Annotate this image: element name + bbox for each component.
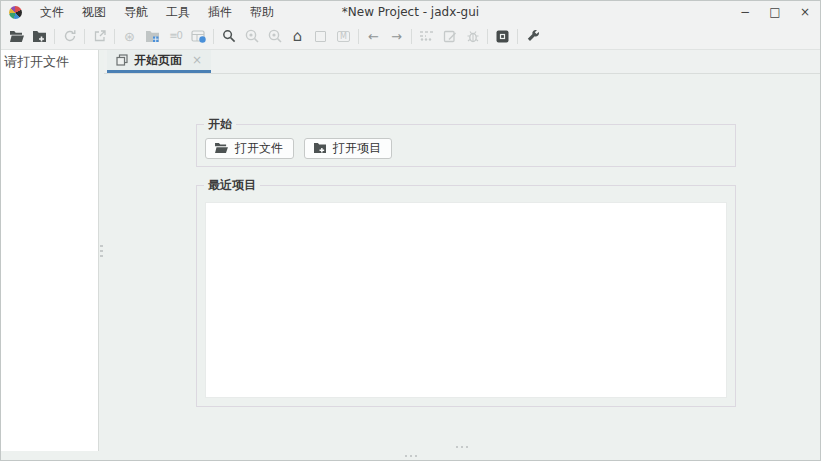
m-badge-icon: M (337, 31, 350, 42)
tab-start-page[interactable]: 开始页面 × (107, 50, 211, 73)
reload-button[interactable] (58, 25, 81, 47)
export-button[interactable] (88, 25, 111, 47)
open-file-button[interactable] (5, 25, 28, 47)
sync-files-button[interactable] (141, 25, 164, 47)
app-frame-button[interactable] (309, 25, 332, 47)
tab-close-icon[interactable]: × (192, 53, 202, 67)
splitter-grip-dot (466, 446, 468, 448)
horizontal-splitter-window[interactable] (1, 451, 820, 460)
jadx-logo-icon (9, 6, 22, 19)
preview-grid-button[interactable] (415, 25, 438, 47)
doc-edit-icon (443, 30, 457, 43)
debug-button[interactable] (461, 25, 484, 47)
log-square-icon (496, 30, 509, 43)
main-body: 请打开文件 开始页面 × 开 (1, 50, 820, 451)
open-project-label: 打开项目 (333, 141, 381, 155)
folder-plus-icon (313, 142, 327, 154)
deobfuscation-button[interactable]: ⊛ (118, 25, 141, 47)
square-icon (315, 31, 326, 42)
show-dex-button[interactable]: ≡0 (164, 25, 187, 47)
menu-view[interactable]: 视图 (73, 1, 115, 24)
log-viewer-button[interactable] (491, 25, 514, 47)
start-page: 开始 打开文件 打开项 (104, 74, 820, 442)
recent-projects-title: 最近项目 (204, 178, 260, 192)
menu-help[interactable]: 帮助 (241, 1, 283, 24)
start-group-title: 开始 (204, 117, 236, 131)
menu-tools[interactable]: 工具 (157, 1, 199, 24)
folder-grid-icon (145, 30, 160, 43)
home-icon: ⌂ (293, 29, 303, 44)
menu-file[interactable]: 文件 (31, 1, 73, 24)
main-activity-button[interactable]: ⌂ (286, 25, 309, 47)
comment-search-button[interactable] (263, 25, 286, 47)
maximize-button[interactable]: □ (760, 1, 790, 23)
tab-label: 开始页面 (134, 52, 182, 69)
toolbar-separator (213, 29, 214, 44)
dex-view-icon: ≡0 (169, 31, 182, 41)
resource-table-button[interactable] (187, 25, 210, 47)
comment-search-icon (268, 29, 282, 43)
deobfuscation-wheel-icon: ⊛ (124, 30, 135, 43)
open-folder-icon (9, 30, 25, 43)
forward-button[interactable]: → (385, 25, 408, 47)
back-button[interactable]: ← (362, 25, 385, 47)
class-search-button[interactable] (240, 25, 263, 47)
close-button[interactable]: × (790, 1, 820, 23)
toolbar-separator (54, 29, 55, 44)
open-file-hint: 请打开文件 (4, 54, 69, 69)
toolbar-separator (358, 29, 359, 44)
search-icon (222, 29, 236, 43)
open-file-button-page[interactable]: 打开文件 (205, 138, 294, 159)
minimize-button[interactable]: − (730, 1, 760, 23)
text-search-button[interactable] (217, 25, 240, 47)
start-page-icon (116, 54, 128, 66)
folder-plus-icon (32, 30, 47, 43)
forward-arrow-icon: → (391, 30, 402, 43)
open-project-button-page[interactable]: 打开项目 (304, 138, 392, 159)
content-area: 开始页面 × 开始 打开文件 (104, 50, 820, 451)
class-search-icon (245, 29, 259, 43)
splitter-grip-dot (456, 446, 458, 448)
recent-projects-list[interactable] (205, 202, 727, 398)
splitter-grip-dot (415, 455, 417, 457)
horizontal-splitter-content[interactable] (104, 442, 820, 451)
jadx-gui-window: 文件 视图 导航 工具 插件 帮助 *New Project - jadx-gu… (0, 0, 821, 461)
preferences-button[interactable] (521, 25, 544, 47)
splitter-grip-dot (461, 446, 463, 448)
window-controls: − □ × (730, 1, 820, 23)
start-group: 开始 打开文件 打开项 (196, 124, 736, 167)
toolbar-separator (487, 29, 488, 44)
table-blue-dot-icon (191, 30, 206, 43)
tab-strip: 开始页面 × (104, 50, 820, 74)
splitter-grip-dot (405, 455, 407, 457)
toolbar-separator (114, 29, 115, 44)
window-title: *New Project - jadx-gui (342, 5, 479, 19)
export-icon (93, 29, 107, 43)
toolbar-separator (84, 29, 85, 44)
titlebar: 文件 视图 导航 工具 插件 帮助 *New Project - jadx-gu… (1, 1, 820, 23)
wrench-icon (526, 29, 540, 43)
back-arrow-icon: ← (368, 30, 379, 43)
splitter-grip-dot (410, 455, 412, 457)
open-folder-icon (214, 142, 229, 154)
toolbar-separator (411, 29, 412, 44)
grid-dots-icon (419, 30, 434, 42)
reload-icon (63, 29, 77, 43)
splitter-grip-dot (100, 250, 103, 252)
menu-navigation[interactable]: 导航 (115, 1, 157, 24)
toolbar: ⊛ ≡0 (1, 23, 820, 50)
splitter-grip-dot (100, 255, 103, 257)
rename-button[interactable] (438, 25, 461, 47)
bug-icon (466, 30, 480, 43)
toolbar-separator (517, 29, 518, 44)
open-file-label: 打开文件 (235, 141, 283, 155)
splitter-grip-dot (100, 245, 103, 247)
recent-projects-group: 最近项目 (196, 185, 736, 407)
main-class-button[interactable]: M (332, 25, 355, 47)
menu-plugins[interactable]: 插件 (199, 1, 241, 24)
file-tree-panel[interactable]: 请打开文件 (1, 50, 99, 451)
open-project-button[interactable] (28, 25, 51, 47)
